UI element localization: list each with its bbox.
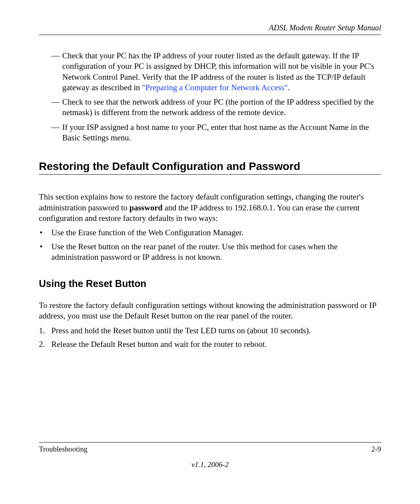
footer-page-number: 2-9 <box>371 445 381 453</box>
numbered-list: Press and hold the Reset button until th… <box>39 326 381 350</box>
page-content: ADSL Modem Router Setup Manual Check tha… <box>0 0 420 350</box>
dash-item-1: Check that your PC has the IP address of… <box>62 51 381 93</box>
dash-item-1-text-after: . <box>288 83 290 92</box>
page-footer: Troubleshooting 2-9 v1.1, 2006-2 <box>39 442 381 469</box>
sub-heading-reset-button: Using the Reset Button <box>39 278 381 289</box>
numbered-item-1: Press and hold the Reset button until th… <box>51 326 381 336</box>
section1-paragraph: This section explains how to restore the… <box>39 192 381 224</box>
bullet-item-2: Use the Reset button on the rear panel o… <box>51 242 381 263</box>
dash-item-2: Check to see that the network address of… <box>62 97 381 118</box>
footer-row: Troubleshooting 2-9 <box>39 445 381 453</box>
footer-section-label: Troubleshooting <box>39 445 88 453</box>
bullet-list: Use the Erase function of the Web Config… <box>39 228 381 262</box>
bullet-item-1: Use the Erase function of the Web Config… <box>51 228 381 238</box>
dash-list: Check that your PC has the IP address of… <box>39 51 381 143</box>
header-title: ADSL Modem Router Setup Manual <box>39 23 381 32</box>
section-heading-restoring: Restoring the Default Configuration and … <box>39 160 381 175</box>
header-rule <box>39 35 381 35</box>
footer-rule <box>39 442 381 443</box>
link-preparing-computer[interactable]: "Preparing a Computer for Network Access… <box>142 83 288 92</box>
dash-item-3: If your ISP assigned a host name to your… <box>62 122 381 144</box>
footer-version: v1.1, 2006-2 <box>39 460 381 469</box>
numbered-item-2: Release the Default Reset button and wai… <box>51 339 381 350</box>
section1-para-bold: password <box>130 203 163 212</box>
section2-paragraph: To restore the factory default configura… <box>39 300 381 322</box>
